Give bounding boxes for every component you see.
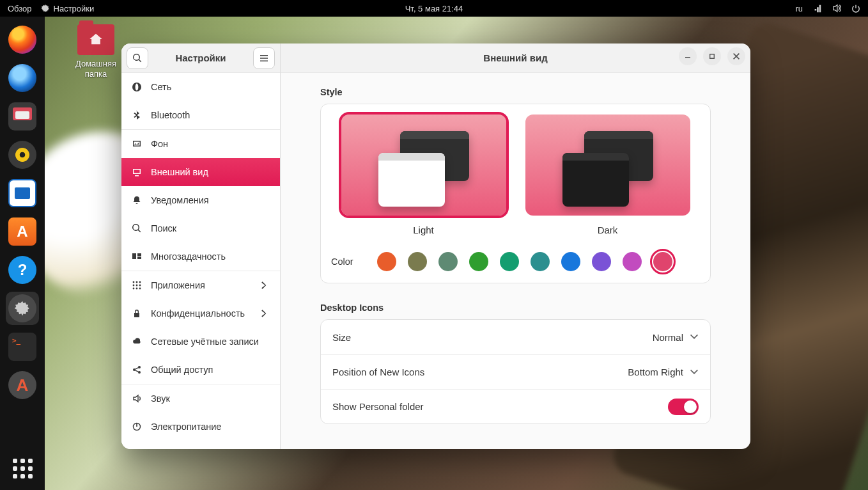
dock-settings[interactable] [6,292,39,325]
color-swatch[interactable] [561,252,580,271]
sidebar-item-label: Сетевые учётные записи [151,336,259,347]
sidebar-item-privacy[interactable]: Конфиденциальность [121,299,280,328]
maximize-button[interactable] [703,47,721,65]
active-app-label: Настройки [54,4,95,13]
desktop-icon-home[interactable]: Домашняя папка [64,24,128,80]
activities-button[interactable]: Обзор [8,4,32,13]
row-icon-position[interactable]: Position of New Icons Bottom Right [321,354,710,389]
desktop-icons-section-title: Desktop Icons [320,303,711,313]
sidebar-item-online-accounts[interactable]: Сетевые учётные записи [121,328,280,356]
network-icon[interactable] [813,4,822,13]
bell-icon [132,195,142,205]
appearance-icon [132,167,142,177]
search-button[interactable] [127,47,148,69]
active-app[interactable]: Настройки [41,4,95,13]
menu-button[interactable] [253,47,275,69]
apps-icon [132,280,142,290]
lock-icon [132,308,142,319]
sidebar-item-label: Фон [151,139,168,149]
row-icon-size[interactable]: Size Normal [321,320,710,354]
settings-content: Внешний вид Style [281,43,750,449]
dock-thunderbird[interactable] [6,61,39,95]
sidebar-item-label: Поиск [151,223,176,233]
theme-option-light[interactable]: Light [341,115,506,235]
sidebar-item-network[interactable]: Сеть [121,73,280,101]
dock-firefox[interactable] [6,23,39,56]
sidebar-item-sharing[interactable]: Общий доступ [121,356,280,384]
folder-icon [77,24,114,55]
theme-label: Light [341,225,506,235]
content-header: Внешний вид [281,43,750,73]
desktop: Домашняя папка Настройки Сеть Bluetooth … [45,17,868,490]
row-value: Bottom Right [628,367,683,377]
dock-help[interactable]: ? [6,253,39,287]
sidebar-item-background[interactable]: Фон [121,130,280,158]
power-icon [132,422,142,432]
sidebar-item-label: Сеть [151,82,171,92]
color-swatch[interactable] [653,252,672,271]
color-swatches [377,252,672,271]
sidebar-item-multitasking[interactable]: Многозадачность [121,242,280,271]
chevron-right-icon [260,280,270,290]
power-icon[interactable] [851,4,860,13]
theme-label: Dark [525,225,690,235]
search-icon [132,53,143,63]
sidebar-item-bluetooth[interactable]: Bluetooth [121,101,280,129]
minimize-button[interactable] [679,47,697,65]
sidebar-item-search[interactable]: Поиск [121,214,280,242]
theme-option-dark[interactable]: Dark [525,115,690,235]
dock-software[interactable]: A [6,215,39,248]
sidebar-item-label: Звук [151,393,170,404]
sidebar-item-label: Уведомления [151,195,209,205]
color-swatch[interactable] [438,252,458,271]
color-swatch[interactable] [500,252,519,271]
gear-icon [41,4,50,13]
multitask-icon [132,251,142,262]
clock[interactable]: Чт, 5 мая 21:44 [405,4,463,13]
row-label: Show Personal folder [332,401,424,412]
volume-icon[interactable] [832,4,841,13]
color-swatch[interactable] [531,252,550,271]
color-swatch[interactable] [592,252,611,271]
sidebar-item-notifications[interactable]: Уведомления [121,186,280,214]
dock-updates[interactable]: A [6,368,39,402]
show-applications-button[interactable] [10,455,35,481]
dock-writer[interactable] [6,177,39,210]
chevron-down-icon [690,368,699,377]
sidebar-item-label: Внешний вид [151,167,208,177]
sidebar-item-sound[interactable]: Звук [121,384,280,413]
sidebar-item-power[interactable]: Электропитание [121,413,280,441]
settings-sidebar: Настройки Сеть Bluetooth Фон Внешний вид… [121,43,281,449]
content-title: Внешний вид [483,52,547,63]
style-section-title: Style [320,87,711,97]
sidebar-item-label: Приложения [151,280,205,290]
theme-preview-light [341,115,506,216]
color-swatch[interactable] [623,252,642,271]
desktop-icon-label: Домашняя папка [64,59,128,80]
sidebar-item-appearance[interactable]: Внешний вид [121,158,280,186]
chevron-right-icon [260,308,270,319]
input-language[interactable]: ru [795,4,803,13]
row-label: Size [332,332,351,343]
sidebar-header: Настройки [121,43,280,73]
globe-icon [132,82,142,92]
color-swatch[interactable] [408,252,427,271]
sidebar-item-label: Bluetooth [151,110,190,120]
dock-files[interactable] [6,100,39,133]
dock-terminal[interactable]: >_ [6,330,39,363]
dock-rhythmbox[interactable] [6,138,39,171]
row-label: Position of New Icons [332,367,424,377]
menu-icon [259,53,269,63]
search-icon [132,223,142,233]
color-swatch[interactable] [469,252,488,271]
sidebar-title: Настройки [148,52,253,63]
show-personal-folder-switch[interactable] [668,399,699,415]
close-button[interactable] [727,47,745,65]
theme-preview-dark [525,115,690,216]
sidebar-item-applications[interactable]: Приложения [121,271,280,299]
color-swatch[interactable] [377,252,396,271]
maximize-icon [708,52,716,60]
settings-window: Настройки Сеть Bluetooth Фон Внешний вид… [121,43,750,449]
top-bar: Обзор Настройки Чт, 5 мая 21:44 ru [0,0,868,17]
sidebar-item-label: Электропитание [151,422,221,432]
